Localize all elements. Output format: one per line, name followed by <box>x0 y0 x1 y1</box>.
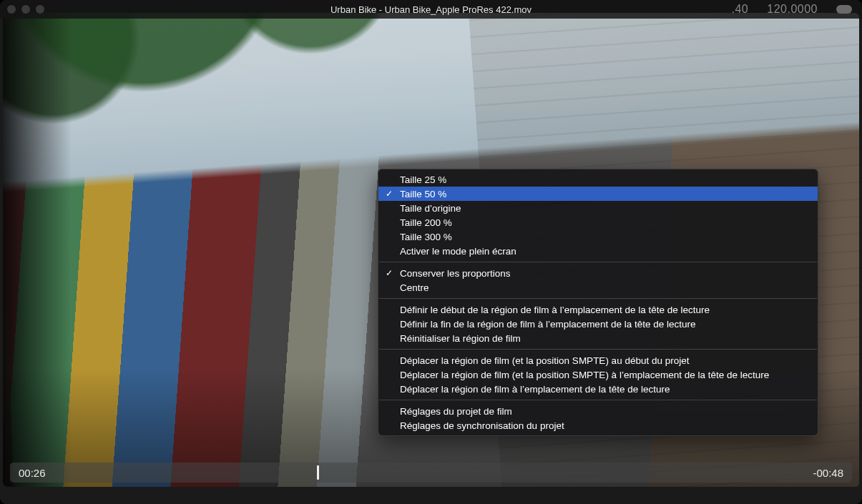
menu-item[interactable]: Déplacer la région de film (et la positi… <box>378 367 818 382</box>
viewer-context-menu: Taille 25 %✓Taille 50 %Taille d’origineT… <box>378 169 818 436</box>
menu-item[interactable]: Déplacer la région de film (et la positi… <box>378 353 818 367</box>
header-readout-a: .40 <box>732 3 749 16</box>
menu-item[interactable]: Réglages de synchronisation du projet <box>378 418 818 433</box>
timeline-track[interactable] <box>60 463 795 483</box>
menu-item[interactable]: Taille 300 % <box>378 229 818 244</box>
minimize-window-button[interactable] <box>21 5 30 14</box>
menu-item[interactable]: ✓Taille 50 % <box>378 187 818 201</box>
menu-separator <box>379 349 817 350</box>
menu-item-label: Conserver les proportions <box>400 268 808 279</box>
video-window: Urban Bike - Urban Bike_Apple ProRes 422… <box>0 0 862 504</box>
menu-separator <box>379 400 817 400</box>
window-controls <box>7 5 44 14</box>
zoom-window-button[interactable] <box>36 5 44 14</box>
menu-item-label: Déplacer la région de film à l’emplaceme… <box>400 384 808 395</box>
menu-item-label: Déplacer la région de film (et la positi… <box>400 355 808 366</box>
menu-item-label: Centre <box>400 282 808 293</box>
fullscreen-pill-icon[interactable] <box>836 5 852 14</box>
menu-item[interactable]: Taille 25 % <box>378 172 818 187</box>
menu-item-label: Taille 50 % <box>400 189 808 199</box>
menu-item-label: Définir le début de la région de film à … <box>400 305 808 315</box>
menu-item-label: Activer le mode plein écran <box>400 246 808 257</box>
menu-item-label: Réglages de synchronisation du projet <box>400 420 808 431</box>
menu-item-label: Réinitialiser la région de film <box>400 333 808 344</box>
menu-item[interactable]: Activer le mode plein écran <box>378 244 818 258</box>
menu-item[interactable]: Taille d’origine <box>378 201 818 215</box>
menu-item[interactable]: ✓Conserver les proportions <box>378 266 818 280</box>
playhead[interactable] <box>317 465 319 480</box>
window-title: Urban Bike - Urban Bike_Apple ProRes 422… <box>330 4 532 15</box>
menu-item[interactable]: Déplacer la région de film à l’emplaceme… <box>378 382 818 396</box>
close-window-button[interactable] <box>7 5 16 14</box>
header-right: .40 120.0000 <box>732 0 852 19</box>
checkmark-icon: ✓ <box>378 268 400 278</box>
menu-item[interactable]: Centre <box>378 280 818 295</box>
header-readout-b: 120.0000 <box>767 3 818 16</box>
menu-item-label: Taille 200 % <box>400 217 808 228</box>
menu-item[interactable]: Taille 200 % <box>378 215 818 229</box>
menu-item-label: Taille 300 % <box>400 232 808 242</box>
menu-item[interactable]: Définir la fin de la région de film à l’… <box>378 317 818 331</box>
checkmark-icon: ✓ <box>378 189 400 199</box>
menu-item[interactable]: Réinitialiser la région de film <box>378 331 818 345</box>
menu-item-label: Réglages du projet de film <box>400 406 808 417</box>
menu-item-label: Taille 25 % <box>400 174 808 185</box>
menu-item[interactable]: Réglages du projet de film <box>378 404 818 418</box>
menu-item[interactable]: Définir le début de la région de film à … <box>378 302 818 317</box>
menu-separator <box>379 262 817 262</box>
timeline-bar[interactable]: 00:26 -00:48 <box>10 463 852 483</box>
time-elapsed: 00:26 <box>10 467 60 479</box>
menu-item-label: Définir la fin de la région de film à l’… <box>400 319 808 330</box>
menu-item-label: Déplacer la région de film (et la positi… <box>400 370 808 380</box>
menu-item-label: Taille d’origine <box>400 203 808 214</box>
menu-separator <box>379 298 817 299</box>
time-remaining: -00:48 <box>795 467 852 479</box>
